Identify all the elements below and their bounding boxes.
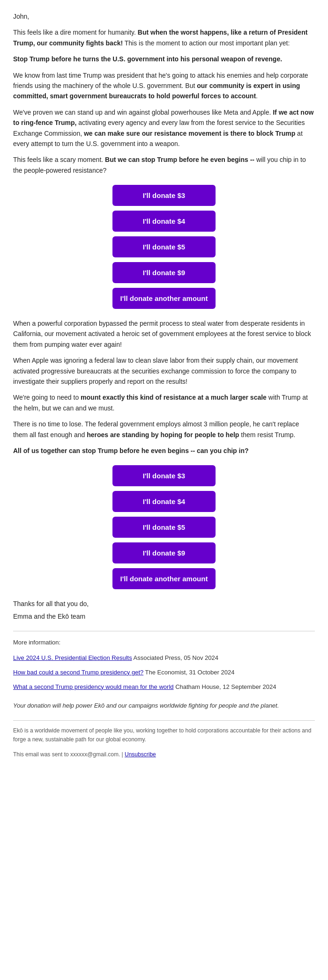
donate-4-btn-1[interactable]: I'll donate $4	[112, 211, 216, 232]
intro-text-end: This is the moment to action our most im…	[123, 39, 290, 47]
donate-5-btn-2[interactable]: I'll donate $5	[112, 517, 216, 538]
link3[interactable]: What a second Trump presidency would mea…	[13, 683, 174, 690]
legal-footer: Ekō is a worldwide movement of people li…	[13, 720, 315, 759]
legal-text-2: This email was sent to xxxxxx@gmail.com.…	[13, 750, 315, 759]
intro-paragraph: This feels like a dire moment for humani…	[13, 27, 315, 48]
legal-email: This email was sent to xxxxxx@gmail.com.…	[13, 751, 125, 758]
footer-links: Live 2024 U.S. Presidential Election Res…	[13, 653, 315, 692]
intro-text-start: This feels like a dire moment for humani…	[13, 29, 138, 36]
p3-bold2: we can make sure our resistance movement…	[84, 130, 295, 137]
thanks-line-1: Thanks for all that you do,	[13, 599, 315, 609]
link2[interactable]: How bad could a second Trump presidency …	[13, 669, 143, 676]
link2-suffix: The Economist, 31 October 2024	[143, 669, 234, 676]
p8-bold: heroes are standing by hoping for people…	[87, 431, 239, 439]
legal-text-1: Ekō is a worldwide movement of people li…	[13, 726, 315, 744]
donate-3-btn-2[interactable]: I'll donate $3	[112, 465, 216, 486]
donate-section-1: I'll donate $3 I'll donate $4 I'll donat…	[13, 185, 315, 309]
link1-paragraph: Live 2024 U.S. Presidential Election Res…	[13, 653, 315, 663]
p4-bold: But we can stop Trump before he even beg…	[105, 156, 254, 163]
paragraph-apple: When Apple was ignoring a federal law to…	[13, 355, 315, 387]
link2-paragraph: How bad could a second Trump presidency …	[13, 668, 315, 678]
unsubscribe-link[interactable]: Unsubscribe	[125, 751, 156, 758]
donate-3-btn-1[interactable]: I'll donate $3	[112, 185, 216, 206]
link3-suffix: Chatham House, 12 September 2024	[174, 683, 276, 690]
second-heading: All of us together can stop Trump before…	[13, 446, 315, 456]
main-heading: Stop Trump before he turns the U.S. gove…	[13, 54, 315, 64]
p7-bold: mount exactly this kind of resistance at…	[81, 394, 267, 401]
paragraph-chip-in: This feels like a scary moment. But we c…	[13, 154, 315, 176]
link1-suffix: Associated Press, 05 Nov 2024	[132, 654, 218, 661]
more-info-label: More information:	[13, 638, 315, 648]
thanks-line-2: Emma and the Ekō team	[13, 611, 315, 622]
greeting: John,	[13, 11, 315, 22]
link1[interactable]: Live 2024 U.S. Presidential Election Res…	[13, 654, 132, 661]
paragraph-bureaucrats: We know from last time Trump was preside…	[13, 70, 315, 102]
footer-section: More information: Live 2024 U.S. Preside…	[13, 631, 315, 692]
link3-paragraph: What a second Trump presidency would mea…	[13, 682, 315, 692]
donate-5-btn-1[interactable]: I'll donate $5	[112, 236, 216, 257]
donate-another-btn-2[interactable]: I'll donate another amount	[112, 568, 216, 589]
p2-end: .	[256, 92, 258, 100]
italic-note: Your donation will help power Ekō and ou…	[13, 701, 315, 711]
p7-start: We're going to need to	[13, 394, 81, 401]
paragraph-ringfence: We've proven we can stand up and win aga…	[13, 107, 315, 149]
p3-start: We've proven we can stand up and win aga…	[13, 109, 273, 116]
p4-start: This feels like a scary moment.	[13, 156, 105, 163]
donate-9-btn-1[interactable]: I'll donate $9	[112, 262, 216, 283]
paragraph-larger-scale: We're going to need to mount exactly thi…	[13, 392, 315, 413]
paragraph-california: When a powerful corporation bypassed the…	[13, 318, 315, 350]
donate-9-btn-2[interactable]: I'll donate $9	[112, 542, 216, 563]
donate-4-btn-2[interactable]: I'll donate $4	[112, 491, 216, 512]
donate-another-btn-1[interactable]: I'll donate another amount	[112, 288, 216, 309]
donate-section-2: I'll donate $3 I'll donate $4 I'll donat…	[13, 465, 315, 589]
paragraph-heroes: There is no time to lose. The federal go…	[13, 419, 315, 440]
p8-end: them resist Trump.	[239, 431, 295, 439]
